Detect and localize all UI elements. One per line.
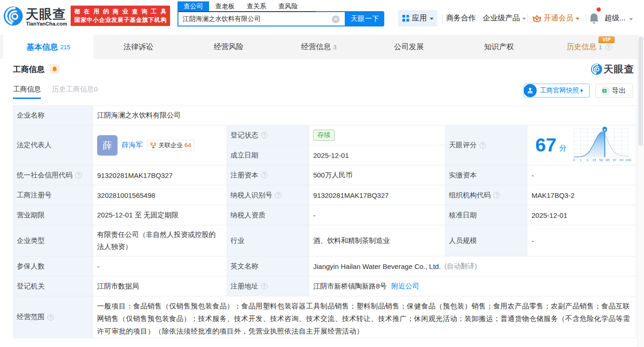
subtab-history-business-info[interactable]: 历史工商信息0 <box>52 85 98 99</box>
tab-intellectual-property[interactable]: 知识产权 <box>454 35 544 59</box>
snapshot-arrow-icon <box>581 89 583 92</box>
promo-banner: 都在用的商业查询工具 国家中小企业发展子基金旗下机构 <box>71 6 170 26</box>
nav-cooperation[interactable]: 商务合作 <box>446 10 476 26</box>
notification-dot <box>597 7 601 12</box>
subtab-business-info[interactable]: 工商信息 <box>13 85 41 99</box>
nav-user[interactable]: 超级... <box>605 10 625 26</box>
reg-status-value: 存续 <box>309 125 446 145</box>
search-input[interactable]: 江阴海澜之水饮料有限公司 ✕ <box>177 11 346 26</box>
help-icon[interactable]: ? <box>605 44 612 50</box>
org-code-value: MAK17BQ3-2 <box>527 185 636 205</box>
help-icon[interactable]: ? <box>275 192 282 198</box>
score-distribution-chart: 0 1 3 15 50 85 97 99 100 <box>573 128 630 162</box>
member-label: 开通会员 <box>544 13 573 23</box>
legal-rep-value: 薛 薛海军 关联企业 64 <box>93 125 227 165</box>
apps-label: 应用 <box>412 13 427 23</box>
search-tab-boss[interactable]: 查老板 <box>209 1 241 11</box>
reg-number-value: 320281001565498 <box>93 185 227 205</box>
page-scrollbar[interactable] <box>637 35 644 347</box>
search-tab-relation[interactable]: 查关系 <box>241 1 272 11</box>
tab-count: 1 <box>598 44 602 51</box>
tianyancha-logo-icon[interactable] <box>4 7 23 26</box>
help-icon[interactable]: ? <box>47 314 54 321</box>
tab-company-development[interactable]: 公司发展 <box>364 35 454 59</box>
stamp-icon <box>524 84 537 97</box>
auto-translate-note: (自动翻译) <box>445 262 477 271</box>
tab-legal[interactable]: 法律诉讼 <box>93 35 184 59</box>
nav-divider <box>442 14 443 22</box>
svg-text:0: 0 <box>573 158 575 162</box>
promo-line2: 国家中小企业发展子基金旗下机构 <box>74 16 166 24</box>
notification-bell-icon[interactable] <box>589 12 599 25</box>
promo-line1: 都在用的商业查询工具 <box>74 8 166 16</box>
search-tab-risk[interactable]: 查风险 <box>272 1 304 11</box>
nav-enterprise[interactable]: 企业级产品 <box>483 10 526 26</box>
score-unit: 分 <box>559 144 567 153</box>
tab-count: 3 <box>333 44 336 51</box>
tab-label: 基本信息 <box>26 42 58 52</box>
subtabs: 工商信息 历史工商信息0 <box>13 85 98 99</box>
field-label: 成立日期 <box>227 145 309 165</box>
reg-capital-value: 500万人民币 <box>309 165 446 185</box>
official-snapshot-button[interactable]: 工商官网快照 <box>524 84 590 98</box>
status-badge: 存续 <box>313 130 335 141</box>
score-number: 67 <box>535 136 557 155</box>
apps-grid-icon <box>402 15 409 22</box>
tab-basic-info[interactable]: 基本信息 215 <box>3 35 93 59</box>
apps-menu[interactable]: 应用 <box>398 10 437 26</box>
related-icon <box>150 142 157 149</box>
watermark-text: 天眼查 <box>604 63 634 76</box>
export-button[interactable]: 导出 <box>595 84 633 98</box>
subscribe-bell-icon[interactable] <box>50 64 59 74</box>
score-value[interactable]: 67 分 <box>527 125 636 165</box>
nav-divider <box>527 14 528 22</box>
excel-icon <box>602 87 609 94</box>
nearby-companies-link[interactable]: 附近公司 <box>391 282 419 291</box>
reg-authority-value: 江阴市数据局 <box>93 276 227 296</box>
field-label: 行业 <box>227 225 309 256</box>
tab-label: 经营风险 <box>214 42 243 52</box>
field-label: 核准日期 <box>446 205 527 225</box>
field-label: 营业期限 <box>13 205 93 225</box>
help-icon[interactable]: ? <box>75 172 82 178</box>
help-icon[interactable]: ? <box>261 132 268 138</box>
field-label: 组织机构代码? <box>446 185 527 205</box>
business-term-value: 2025-12-01 至 无固定期限 <box>93 205 227 225</box>
field-label: 企业名称 <box>13 106 93 125</box>
cooperation-label: 商务合作 <box>446 13 476 23</box>
help-icon[interactable]: ? <box>480 142 486 149</box>
field-label: 登记机关 <box>13 276 93 296</box>
related-companies-badge[interactable]: 关联企业 64 <box>147 140 194 151</box>
tab-business-info[interactable]: 经营信息 3 <box>274 35 364 59</box>
nav-member[interactable]: 开通会员 <box>532 10 579 26</box>
tab-history-info[interactable]: VIP 历史信息 1 ? <box>544 35 634 59</box>
search-tab-company[interactable]: 查公司 <box>177 1 209 11</box>
legal-rep-link[interactable]: 薛海军 <box>122 141 143 150</box>
watermark-logo-icon <box>591 64 602 75</box>
svg-text:100: 100 <box>625 158 631 162</box>
search-button[interactable]: 天眼一下 <box>346 11 384 26</box>
svg-text:1: 1 <box>579 158 581 162</box>
tab-operation-risk[interactable]: 经营风险 <box>184 35 274 59</box>
brand-domain: TianYanCha.com <box>26 21 67 26</box>
user-caret-icon <box>629 18 633 20</box>
help-icon[interactable]: ? <box>261 172 268 178</box>
clear-search-icon[interactable]: ✕ <box>332 15 340 23</box>
help-icon[interactable]: ? <box>261 283 268 289</box>
svg-text:99: 99 <box>619 158 623 162</box>
search-tabs-underline <box>178 11 316 12</box>
scrollbar-thumb[interactable] <box>638 37 643 146</box>
nav-divider <box>586 14 586 22</box>
field-label: 经营范围? <box>13 296 93 338</box>
field-label: 纳税人识别号? <box>227 185 309 205</box>
enterprise-caret-icon <box>522 18 526 20</box>
legal-rep-avatar[interactable]: 薛 <box>97 135 118 156</box>
field-label: 企业类型 <box>13 225 93 256</box>
search-input-value: 江阴海澜之水饮料有限公司 <box>183 15 261 23</box>
member-caret-icon <box>576 18 579 20</box>
help-icon[interactable]: ? <box>493 192 500 198</box>
business-info-table: 企业名称 江阴海澜之水饮料有限公司 法定代表人 薛 薛海军 关联企业 64 登记… <box>13 105 636 338</box>
field-label: 纳税人资质 <box>227 205 309 225</box>
company-name-value: 江阴海澜之水饮料有限公司 <box>93 106 636 125</box>
field-label: 天眼评分? <box>446 125 527 165</box>
